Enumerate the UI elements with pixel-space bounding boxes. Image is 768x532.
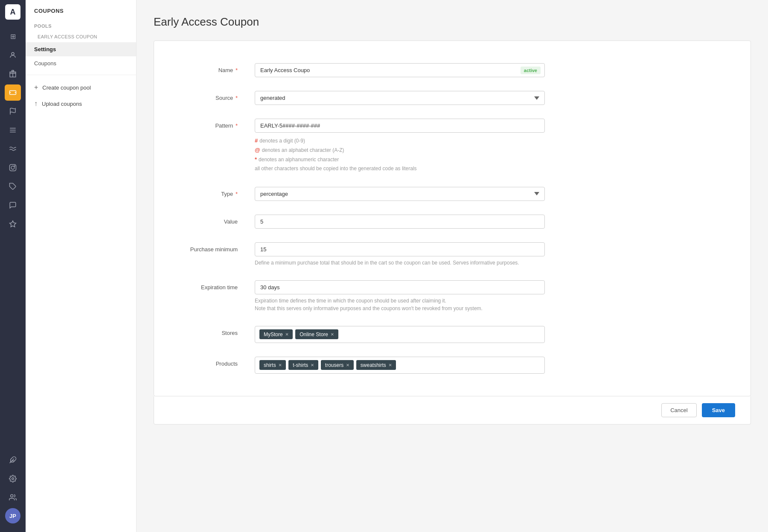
expiration-field: Expiration time defines the time in whic… <box>255 280 545 312</box>
sidebar-settings-label: Settings <box>34 46 56 52</box>
form-row-source: Source * generated uploaded <box>154 84 751 112</box>
name-label: Name * <box>169 63 238 73</box>
expiration-hint: Expiration time defines the time in whic… <box>255 297 545 312</box>
hint-alphanumeric: * denotes an alphanumeric character <box>255 155 545 164</box>
type-select[interactable]: percentage fixed <box>255 187 545 201</box>
active-badge: active <box>521 67 541 74</box>
expiration-input[interactable] <box>255 280 545 294</box>
product-tag-shirts-remove[interactable]: × <box>279 362 282 368</box>
page-title: Early Access Coupon <box>154 15 751 29</box>
pattern-input[interactable] <box>255 119 545 133</box>
product-tag-sweatshirts: sweatshirts × <box>356 360 396 370</box>
name-input-wrapper: active <box>255 63 545 77</box>
product-tag-shirts: shirts × <box>259 360 286 370</box>
form-row-pattern: Pattern * # denotes a digit (0-9) @ deno… <box>154 112 751 180</box>
hint-alpha: @ denotes an alphabet character (A-Z) <box>255 145 545 155</box>
source-select[interactable]: generated uploaded <box>255 91 545 105</box>
icon-bar: A ⊞ <box>0 0 26 532</box>
stores-field: MyStore × Online Store × <box>255 326 545 343</box>
purchase-min-label: Purchase minimum <box>169 242 238 253</box>
hint-digit: # denotes a digit (0-9) <box>255 136 545 145</box>
sidebar-item-coupons[interactable]: Coupons <box>26 56 136 70</box>
name-input[interactable] <box>255 63 545 77</box>
sidebar-title: COUPONS <box>26 0 136 20</box>
svg-point-14 <box>12 478 14 480</box>
purchase-min-hint: Define a minimum purchase total that sho… <box>255 259 545 267</box>
settings-icon[interactable] <box>5 471 21 487</box>
form-card: Name * active Source * generated uploade… <box>154 41 751 396</box>
instagram-icon[interactable] <box>5 160 21 176</box>
stores-label: Stores <box>169 326 238 336</box>
sidebar-action-create[interactable]: + Create coupon pool <box>26 79 136 96</box>
app-logo[interactable]: A <box>5 4 20 20</box>
type-label: Type * <box>169 187 238 197</box>
main-content: Early Access Coupon Name * active Source… <box>137 0 768 532</box>
purchase-min-input[interactable] <box>255 242 545 256</box>
product-tag-trousers-remove[interactable]: × <box>346 362 349 368</box>
value-field <box>255 215 545 229</box>
product-tag-tshirts-remove[interactable]: × <box>311 362 314 368</box>
star-icon[interactable] <box>5 216 21 232</box>
save-button[interactable]: Save <box>702 403 735 417</box>
icon-bar-top: A ⊞ <box>5 4 21 452</box>
product-tag-tshirts: t-shirts × <box>288 360 318 370</box>
sidebar-item-early-access[interactable]: EARLY ACCESS COUPON <box>26 31 136 42</box>
upload-coupons-label: Upload coupons <box>42 101 82 107</box>
form-row-stores: Stores MyStore × Online Store × <box>154 319 751 350</box>
product-tag-sweatshirts-remove[interactable]: × <box>389 362 392 368</box>
form-row-value: Value <box>154 208 751 235</box>
products-field: shirts × t-shirts × trousers × sweatshir… <box>255 357 545 374</box>
value-input[interactable] <box>255 215 545 229</box>
svg-marker-11 <box>10 221 16 227</box>
puzzle-icon[interactable] <box>5 452 21 468</box>
pattern-hints: # denotes a digit (0-9) @ denotes an alp… <box>255 136 545 173</box>
icon-bar-bottom: JP <box>5 452 21 528</box>
dashboard-icon[interactable]: ⊞ <box>5 28 21 44</box>
type-field: percentage fixed <box>255 187 545 201</box>
sidebar-divider <box>26 75 136 75</box>
sidebar: COUPONS Pools EARLY ACCESS COUPON Settin… <box>26 0 137 532</box>
products-tags-input[interactable]: shirts × t-shirts × trousers × sweatshir… <box>255 357 545 374</box>
hint-literals: all other characters should be copied in… <box>255 164 545 173</box>
team-icon[interactable] <box>5 489 21 506</box>
tag-icon[interactable] <box>5 178 21 195</box>
expiration-label: Expiration time <box>169 280 238 291</box>
create-coupon-label: Create coupon pool <box>42 84 90 91</box>
form-row-products: Products shirts × t-shirts × trousers × <box>154 350 751 381</box>
user-avatar[interactable]: JP <box>5 508 20 523</box>
cancel-button[interactable]: Cancel <box>661 403 696 417</box>
sidebar-coupons-label: Coupons <box>34 60 56 67</box>
gifts-icon[interactable] <box>5 66 21 82</box>
pattern-label: Pattern * <box>169 119 238 129</box>
source-label: Source * <box>169 91 238 101</box>
name-field: active <box>255 63 545 77</box>
coupons-icon[interactable] <box>5 84 21 101</box>
chat-icon[interactable] <box>5 197 21 213</box>
users-icon[interactable] <box>5 47 21 63</box>
svg-rect-7 <box>10 165 16 171</box>
svg-point-8 <box>11 166 15 169</box>
upload-icon: ↑ <box>34 100 38 108</box>
sidebar-pools-section: Pools <box>26 20 136 31</box>
waves-icon[interactable] <box>5 141 21 157</box>
form-row-name: Name * active <box>154 56 751 84</box>
list-icon[interactable] <box>5 122 21 138</box>
form-row-expiration: Expiration time Expiration time defines … <box>154 273 751 319</box>
store-tag-online-remove[interactable]: × <box>331 331 334 337</box>
products-label: Products <box>169 357 238 367</box>
store-tag-mystore: MyStore × <box>259 329 293 339</box>
sidebar-item-settings[interactable]: Settings <box>26 42 136 56</box>
sidebar-action-upload[interactable]: ↑ Upload coupons <box>26 96 136 112</box>
value-label: Value <box>169 215 238 225</box>
svg-point-0 <box>12 52 14 55</box>
form-footer: Cancel Save <box>154 396 751 424</box>
source-field: generated uploaded <box>255 91 545 105</box>
flags-icon[interactable] <box>5 103 21 119</box>
svg-point-9 <box>14 166 15 166</box>
stores-tags-input[interactable]: MyStore × Online Store × <box>255 326 545 343</box>
pattern-field: # denotes a digit (0-9) @ denotes an alp… <box>255 119 545 173</box>
purchase-min-field: Define a minimum purchase total that sho… <box>255 242 545 267</box>
form-row-purchase-min: Purchase minimum Define a minimum purcha… <box>154 235 751 273</box>
svg-point-15 <box>11 494 13 497</box>
store-tag-mystore-remove[interactable]: × <box>285 331 289 337</box>
